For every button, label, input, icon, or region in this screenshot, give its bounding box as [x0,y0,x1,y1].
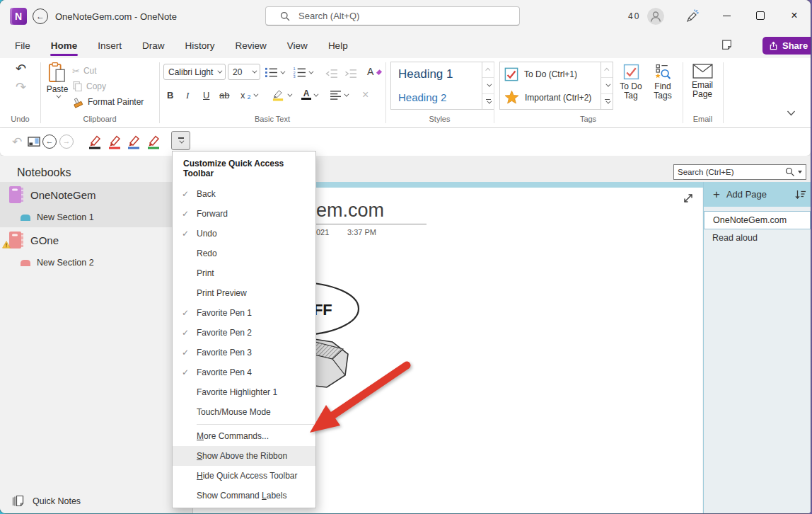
checkmark-icon: ✓ [182,229,197,239]
scroll-down-button[interactable] [482,78,494,93]
feedback-pen-icon[interactable] [685,9,700,23]
add-page-header[interactable]: + Add Page [704,182,811,207]
group-label-tags: Tags [494,115,683,123]
decrease-indent-button[interactable] [324,65,340,82]
section-new-section-1[interactable]: New Section 1 [0,207,192,227]
favorite-pen-3-button[interactable] [125,133,142,150]
format-painter-button[interactable]: Format Painter [72,95,144,109]
tab-home[interactable]: Home [50,39,79,52]
underline-button[interactable]: U [202,86,211,103]
menu-item-favorite-highlighter-1[interactable]: Favorite Highlighter 1 [173,382,315,402]
circle-arrow-left-icon: ← [42,135,57,149]
side-notes-icon[interactable] [721,39,733,51]
numbering-button[interactable]: 123 [291,64,313,81]
page-item-onenotegem-com[interactable]: OneNoteGem.com [704,211,811,229]
menu-item-favorite-pen-2[interactable]: ✓Favorite Pen 2 [173,323,315,343]
font-size-select[interactable]: 20 [228,64,260,80]
menu-item-touch-mouse-mode[interactable]: Touch/Mouse Mode [173,402,315,422]
clear-formatting-button[interactable]: A [366,63,384,80]
email-page-button[interactable]: Email Page [685,61,720,115]
favorite-pen-2-button[interactable] [106,133,123,150]
delete-button[interactable]: × [361,86,370,103]
menu-item-favorite-pen-4[interactable]: ✓Favorite Pen 4 [173,362,315,382]
find-tags-button[interactable]: Find Tags [648,61,678,115]
paste-button[interactable]: Paste [41,62,74,108]
style-heading-2[interactable]: Heading 2 [391,86,482,109]
back-button[interactable]: ← [33,8,48,24]
qat-forward-button[interactable]: → [58,133,75,150]
italic-button[interactable]: I [185,86,190,103]
search-scope-dropdown-icon[interactable] [798,171,802,173]
subscript-button[interactable]: x2 [239,86,258,103]
menu-item-redo[interactable]: Redo [173,244,315,263]
menu-item-print[interactable]: Print [173,263,315,283]
menu-item-favorite-pen-1[interactable]: ✓Favorite Pen 1 [173,303,315,323]
notebooks-sidebar: Notebooks OneNoteGemNew Section 1GOneNew… [0,156,193,513]
menu-item-print-preview[interactable]: Print Preview [173,283,315,303]
tab-draw[interactable]: Draw [141,39,166,52]
gallery-expand-button[interactable] [482,94,494,109]
titlebar-search-box[interactable]: Search (Alt+Q) [265,6,520,25]
menu-item-show-above-the-ribbon[interactable]: Show Above the Ribbon [173,446,315,466]
qat-overflow-button[interactable] [171,131,190,150]
scroll-down-button[interactable] [601,78,613,93]
menu-item-more-commands[interactable]: More Commands... [173,426,315,446]
collapse-ribbon-button[interactable] [785,108,796,116]
scroll-up-button[interactable] [482,62,494,78]
qat-undo-button[interactable]: ↶ [8,133,25,150]
notebook-gone[interactable]: GOne [0,227,192,253]
menu-item-show-command-labels[interactable]: Show Command Labels [173,486,315,506]
highlight-button[interactable] [270,86,292,103]
strikethrough-button[interactable]: ab [218,86,231,103]
tab-help[interactable]: Help [327,39,349,52]
bullets-button[interactable] [263,64,285,81]
page-item-read-aloud[interactable]: Read aloud [704,229,811,246]
increase-indent-button[interactable] [343,65,359,82]
menu-item-hide-quick-access-toolbar[interactable]: Hide Quick Access Toolbar [173,466,315,486]
menu-item-back[interactable]: ✓Back [173,184,315,204]
menu-items: ✓Back✓Forward✓UndoRedoPrintPrint Preview… [173,184,315,506]
scroll-up-button[interactable] [601,62,613,78]
maximize-button[interactable] [744,0,777,31]
share-button[interactable]: Share [762,37,811,55]
quick-notes-button[interactable]: Quick Notes [0,489,192,513]
bold-button[interactable]: B [166,86,175,103]
updates-badge[interactable]: 40 [628,11,640,21]
qat-back-button[interactable]: ← [41,133,58,150]
menu-item-favorite-pen-3[interactable]: ✓Favorite Pen 3 [173,343,315,362]
undo-button[interactable]: ↶ [16,62,26,75]
full-page-view-button[interactable] [681,192,695,206]
tab-insert[interactable]: Insert [97,39,122,52]
tab-view[interactable]: View [286,39,308,52]
tab-review[interactable]: Review [235,39,267,52]
favorite-pen-4-button[interactable] [145,133,162,150]
section-new-section-2[interactable]: New Section 2 [0,253,192,273]
sort-pages-icon[interactable] [794,189,806,200]
favorite-pen-1-button[interactable] [86,133,103,150]
desktop-background: N ← OneNoteGem.com - OneNote Search (Alt… [0,0,812,514]
avatar[interactable] [647,8,664,25]
tab-file[interactable]: File [14,39,31,52]
copy-button[interactable]: Copy [72,79,106,93]
close-button[interactable]: × [778,0,811,31]
style-heading-1[interactable]: Heading 1 [391,62,482,86]
page-search-box[interactable]: Search (Ctrl+E) [673,164,806,180]
menu-item-undo[interactable]: ✓Undo [173,224,315,244]
font-color-button[interactable]: A [300,86,318,103]
gallery-expand-button[interactable] [601,94,613,109]
redo-button[interactable]: ↷ [16,81,26,93]
tab-history[interactable]: History [185,39,216,52]
font-name-select[interactable]: Calibri Light [163,64,226,80]
menu-item-forward[interactable]: ✓Forward [173,204,315,224]
onenote-app-icon[interactable]: N [10,8,27,25]
notebook-onenotegem[interactable]: OneNoteGem [0,182,192,207]
todo-tag-button[interactable]: To Do Tag [615,61,647,115]
page-title[interactable]: em.com [316,200,384,222]
tag-todo[interactable]: To Do (Ctrl+1) [500,62,601,86]
cut-button[interactable]: ✂ Cut [72,64,97,78]
paragraph-align-button[interactable] [328,86,349,103]
pen-icon [146,134,161,149]
minimize-button[interactable] [710,0,743,31]
qat-dock-window-button[interactable] [25,133,42,150]
tag-important[interactable]: Important (Ctrl+2) [500,86,601,109]
